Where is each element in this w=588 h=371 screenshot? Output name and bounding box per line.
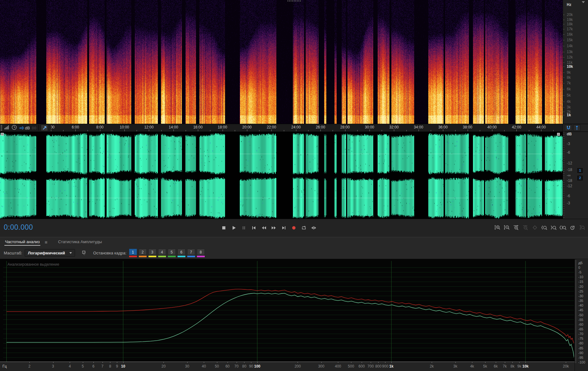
marker-pin-button[interactable] [573, 125, 580, 131]
frequency-axis-tick [244, 362, 244, 363]
frequency-axis-tick [378, 362, 379, 363]
spectrogram-display[interactable] [0, 0, 563, 124]
zoom-in-point-button[interactable] [540, 224, 548, 231]
zoom-duration-button[interactable] [568, 224, 576, 231]
time-display[interactable]: 0:00.000 [4, 223, 33, 232]
snap-magnet-button[interactable] [565, 125, 572, 131]
hold-button-2[interactable]: 2 [139, 249, 147, 255]
frequency-scale-label: 10k [567, 64, 573, 69]
timeline-tick [100, 129, 100, 131]
hold-button-7[interactable]: 7 [187, 249, 195, 255]
graph-db-scale[interactable]: дБ 0-5-10-15-20-25-30-35-40-45-50-55-60-… [575, 259, 588, 371]
skip-to-start-button[interactable] [250, 224, 258, 231]
timeline-tick [504, 130, 505, 131]
frequency-axis-label: 90 [249, 364, 253, 368]
timeline-label: 20:00 [242, 125, 252, 129]
frequency-axis-tick [228, 362, 228, 363]
hold-label: Остановка кадра: [93, 251, 127, 255]
frequency-scale-label: 4k [567, 99, 571, 104]
channel-2-badge[interactable]: 2 [577, 176, 583, 180]
db-axis-label: -10 [578, 275, 583, 279]
gain-hud[interactable]: +0 dB 00 [19, 126, 36, 130]
hold-buttons: 12345678 [129, 249, 205, 257]
toolbar-grip-icon[interactable] [1, 125, 2, 131]
timeline-tick [112, 130, 113, 131]
hold-color-swatch [187, 256, 195, 257]
timeline-label: 42:00 [512, 125, 521, 129]
chevron-down-icon[interactable] [582, 1, 585, 3]
toolbar-divider [38, 125, 39, 131]
analysis-tabs: Частотный анализ ≡ Статистика Амплитуды [0, 237, 588, 247]
frequency-axis-tick [83, 362, 83, 363]
frequency-axis-tick [70, 362, 70, 363]
fast-forward-button[interactable] [270, 224, 278, 231]
frequency-analysis-controls: Масштаб: Логарифмический Остановка кадра… [0, 247, 588, 259]
hold-button-1[interactable]: 1 [129, 249, 137, 255]
pause-button [240, 224, 248, 231]
skip-selection-button[interactable] [310, 224, 318, 231]
hold-slot-8: 8 [197, 249, 205, 257]
move-playhead-button[interactable] [41, 125, 48, 131]
timeline-label: 26:00 [316, 125, 325, 129]
record-button[interactable] [290, 224, 298, 231]
frequency-axis-label: 6 [92, 364, 94, 368]
play-button[interactable] [230, 224, 238, 231]
timeline-label: 40:00 [487, 125, 497, 129]
fade-out-handle[interactable] [557, 133, 560, 136]
frequency-axis-tick [351, 362, 351, 363]
timeline-tick [259, 130, 259, 131]
loop-playback-button[interactable] [300, 224, 308, 231]
frequency-tick [563, 67, 565, 67]
hold-button-4[interactable]: 4 [158, 249, 166, 255]
timeline-tick [161, 130, 162, 131]
frequency-axis-tick [391, 362, 392, 363]
db-axis-label: -55 [578, 318, 583, 322]
panel-drag-grip[interactable] [288, 0, 301, 2]
hold-button-8[interactable]: 8 [197, 249, 205, 255]
analyzed-selection-label: Анализированное выделение [8, 262, 59, 267]
db-axis-label: -80 [578, 341, 583, 345]
frequency-axis-tick [371, 362, 371, 363]
frequency-axis-label: 7k [503, 364, 507, 368]
fade-in-handle[interactable] [1, 133, 4, 136]
frequency-scale-label: 9k [567, 70, 571, 75]
zoom-selection-button[interactable] [559, 224, 567, 231]
hold-button-3[interactable]: 3 [148, 249, 156, 255]
frequency-scale-ruler[interactable]: Hz 20k19k18k17k16k15k14k13k12k11k10k9k8k… [563, 0, 588, 124]
zoom-out-point-button[interactable] [550, 224, 557, 231]
frequency-scale-label: 6k [567, 87, 571, 91]
frequency-axis-tick [123, 362, 123, 363]
timeline-tick [235, 130, 235, 131]
scale-mode-select[interactable]: Логарифмический [25, 249, 75, 257]
rewind-button[interactable] [260, 224, 268, 231]
hold-button-6[interactable]: 6 [178, 249, 185, 255]
amplitude-scale-label: -6 [567, 150, 570, 155]
timeline-tick [431, 130, 431, 131]
timeline-tick [516, 129, 517, 131]
zoom-in-time-button[interactable] [512, 224, 520, 231]
frequency-axis-label: 1k [389, 364, 393, 368]
timeline-label: 34:00 [414, 125, 423, 129]
panel-menu-icon[interactable]: ≡ [45, 239, 48, 245]
frequency-axis-tick [117, 362, 117, 363]
scale-mode-label: Масштаб: [4, 251, 22, 255]
waveform-display[interactable] [0, 132, 563, 219]
stop-button[interactable] [220, 224, 228, 231]
frequency-axis-label: 3 [52, 364, 54, 368]
timeline-label: 28:00 [340, 125, 350, 129]
channel-1-badge[interactable]: 1 [577, 168, 583, 173]
timeline-tick [137, 130, 137, 131]
hold-button-5[interactable]: 5 [168, 249, 176, 255]
timeline-ruler[interactable]: +0 dB 00 4:006:008:0010:0012:0014:0016:0… [0, 124, 563, 132]
skip-to-end-button[interactable] [280, 224, 288, 231]
amplitude-scale-ruler[interactable]: dB 1 2 -3-6-12-18-∞-18-12-6-3 [563, 132, 588, 219]
copy-graph-button[interactable] [80, 249, 88, 256]
graph-frequency-axis[interactable]: Гц 2345678910203040506070809010020030040… [0, 362, 575, 371]
clock-icon[interactable] [12, 125, 17, 131]
tab-frequency-analysis[interactable]: Частотный анализ [4, 238, 40, 247]
zoom-in-amplitude-button[interactable] [493, 224, 501, 231]
tab-amplitude-statistics[interactable]: Статистика Амплитуды [58, 238, 103, 247]
frequency-tick [563, 73, 565, 73]
zoom-out-amplitude-button[interactable] [503, 224, 510, 231]
frequency-axis-tick [512, 362, 513, 363]
